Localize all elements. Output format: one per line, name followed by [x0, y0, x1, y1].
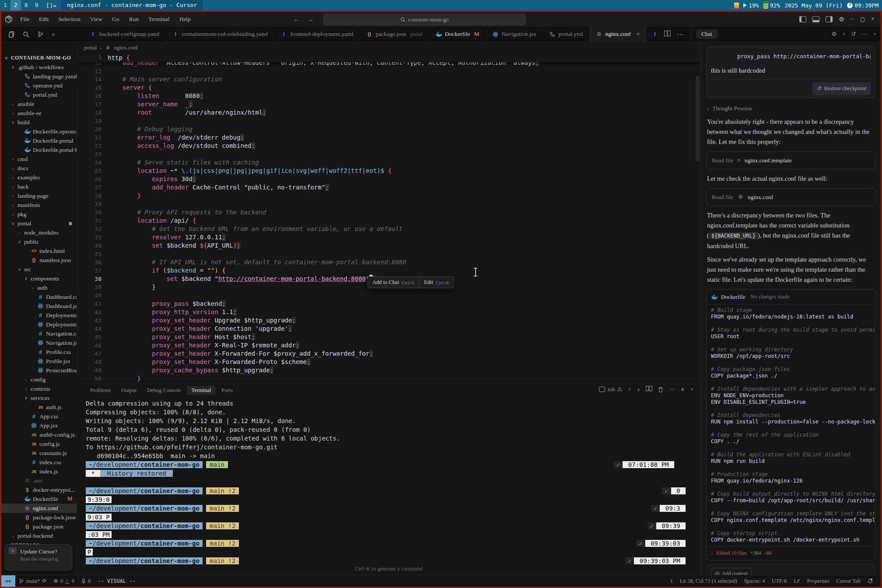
kill-terminal-icon[interactable] [658, 387, 663, 392]
explorer-item-Navigation.jsx[interactable]: Navigation.jsx [1, 338, 77, 347]
workspace-9[interactable]: 9 [31, 0, 42, 10]
explorer-item-.env[interactable]: ⚙.env [1, 476, 77, 485]
tab-chat[interactable]: Chat [696, 29, 718, 39]
split-editor-icon[interactable] [664, 30, 671, 38]
explorer-item-nginx.conf[interactable]: ⚙nginx.conf [1, 504, 77, 513]
explorer-item-index.css[interactable]: #index.css [1, 458, 77, 467]
minimize-button[interactable]: − [850, 16, 854, 23]
toggle-primary-sidebar-icon[interactable] [799, 16, 806, 22]
explorer-folder-ansible[interactable]: ›ansible [1, 99, 77, 108]
explorer-item-Dockerfile.operator[interactable]: Dockerfile.operator [1, 127, 77, 136]
chat-input-card[interactable]: @ Add context Plan, search, build anythi… [706, 564, 875, 575]
editor-line-21[interactable]: 21 error_log /dev/stderr debug; [77, 133, 700, 142]
maximize-button[interactable]: ▢ [860, 16, 865, 23]
editor-line-33[interactable]: 33 resolver 127.0.0.11; [77, 233, 700, 242]
explorer-folder-cmd[interactable]: ›cmd [1, 154, 77, 164]
terminal-shell-label[interactable]: zsh [607, 386, 615, 393]
explorer-folder-portal[interactable]: ∨portal [1, 219, 77, 228]
tab-package.json[interactable]: {}package.jsonportal [360, 27, 429, 42]
editor-line-50[interactable]: 50 } [77, 374, 700, 383]
language-mode[interactable]: Properties [804, 578, 833, 584]
explorer-folder-.github / workflows[interactable]: ∨.github / workflows [1, 63, 77, 72]
editor-line-43[interactable]: 43 proxy_set_header Upgrade $http_upgrad… [77, 316, 700, 325]
explorer-folder-examples[interactable]: ›examples [1, 173, 77, 182]
chat-close-icon[interactable]: × [873, 31, 876, 38]
explorer-item-App.css[interactable]: #App.css [1, 412, 77, 421]
tab-containermom-crd-rolebinding.yaml[interactable]: !containermom-crd-rolebinding.yaml [166, 27, 275, 42]
explorer-item-Dockerfile.portal[interactable]: Dockerfile.portal [1, 136, 77, 145]
tray-app-icon[interactable] [734, 3, 739, 8]
editor-line-44[interactable]: 44 proxy_set_header Connection 'upgrade'… [77, 325, 700, 333]
editor-scrollbar[interactable] [696, 76, 700, 161]
encoding-setting[interactable]: UTF-8 [768, 578, 790, 584]
chat-history-icon[interactable]: ↺ [851, 31, 856, 38]
menu-terminal[interactable]: Terminal [144, 12, 174, 27]
close-panel-icon[interactable]: × [690, 386, 693, 393]
code-card-filename[interactable]: Dockerfile [721, 292, 746, 302]
workspace-switcher[interactable]: 1289 [0, 0, 42, 10]
editor-line-20[interactable]: 20 # Debug logging [77, 125, 700, 133]
chevron-down-icon[interactable]: ∨ [52, 32, 55, 37]
editor-line-23[interactable]: 23 [77, 150, 700, 158]
explorer-item-package.json[interactable]: {}package.json [1, 522, 77, 531]
explorer-item-manifest.json[interactable]: {}manifest.json [1, 256, 77, 265]
problems-indicator[interactable]: ⊗0 △0 [50, 578, 78, 584]
toggle-secondary-sidebar-icon[interactable] [826, 16, 833, 22]
close-tab-icon[interactable]: × [637, 31, 640, 38]
breadcrumb-parent[interactable]: portal [84, 45, 97, 51]
editor-line-49[interactable]: 49 proxy_cache_bypass $http_upgrade; [77, 366, 700, 374]
chat-new-icon[interactable]: + [842, 31, 845, 38]
toggle-panel-icon[interactable] [812, 16, 819, 22]
editor-more-icon[interactable]: ⋯ [677, 30, 684, 38]
tab-nginx.conf[interactable]: ⚙nginx.conf× [590, 27, 647, 42]
explorer-folder-node_modules[interactable]: ›node_modules [1, 228, 77, 237]
editor-line-15[interactable]: 15 server { [77, 84, 700, 92]
nav-forward-icon[interactable]: → [307, 16, 314, 23]
explorer-item-Dashboard.css[interactable]: #Dashboard.css [1, 292, 77, 301]
branch-indicator[interactable]: main* ⟳ [15, 578, 50, 584]
explorer-folder-config[interactable]: ›config [1, 375, 77, 384]
editor-line-35[interactable]: 35 [77, 250, 700, 258]
eol-setting[interactable]: LF [790, 578, 804, 584]
editor-line-40[interactable]: 40 [77, 291, 700, 300]
indentation-setting[interactable]: Spaces: 4 [741, 578, 769, 584]
explorer-item-Dockerfile.portal-bac...[interactable]: Dockerfile.portal-bac... [1, 145, 77, 154]
bell-icon[interactable] [864, 578, 876, 584]
editor-line-37[interactable]: 37 if ($backend = "") { [77, 266, 700, 275]
editor-line-32[interactable]: 32 # Get the backend URL from an environ… [77, 225, 700, 233]
editor-line-45[interactable]: 45 proxy_set_header Host $host; [77, 333, 700, 341]
breadcrumb-file[interactable]: nginx.conf [114, 45, 138, 51]
edited-files-row[interactable]: › Edited 10 files +304 -80 [707, 546, 875, 560]
menu-selection[interactable]: Selection [55, 12, 84, 27]
menu-run[interactable]: Run [125, 12, 143, 27]
explorer-folder-docs[interactable]: ›docs [1, 164, 77, 173]
chat-settings-icon[interactable]: ⚙ [832, 31, 837, 38]
editor-line-29[interactable]: 29 [77, 200, 700, 208]
editor-line-36[interactable]: 36 # If API_URL is not set, default to c… [77, 258, 700, 266]
explorer-folder-public[interactable]: ∨public [1, 237, 77, 246]
remote-indicator[interactable]: >< [1, 575, 15, 587]
explorer-folder-pkg[interactable]: ›pkg [1, 210, 77, 219]
explorer-item-Dashboard.jsx[interactable]: Dashboard.jsx [1, 301, 77, 311]
explorer-item-ProtectedRoute.jsx[interactable]: ProtectedRoute.jsx [1, 366, 77, 375]
explorer-folder-CONTAINER-MOM-GO[interactable]: ∨CONTAINER-MOM-GO [1, 53, 77, 63]
explorer-folder-build[interactable]: ∨build [1, 118, 77, 127]
explorer-item-landing-page.yaml[interactable]: landing-page.yaml [1, 72, 77, 81]
split-terminal-icon[interactable] [646, 386, 652, 393]
add-context-chip[interactable]: @ Add context [711, 568, 752, 575]
explorer-folder-landing-page[interactable]: ›landing-page [1, 191, 77, 200]
explorer-item-package-lock.json[interactable]: {}package-lock.json [1, 513, 77, 522]
explorer-folder-manifests[interactable]: ›manifests [1, 200, 77, 210]
editor-line-27[interactable]: 27 add_header Cache-Control "public, no-… [77, 183, 700, 192]
panel-tab-Problems[interactable]: Problems [86, 386, 115, 395]
menu-edit[interactable]: Edit [35, 12, 53, 27]
explorer-item-index.js[interactable]: JSindex.js [1, 467, 77, 476]
explorer-item-Profile.css[interactable]: #Profile.css [1, 347, 77, 357]
customize-layout-icon[interactable]: ⚙ [839, 16, 844, 23]
tab-backend-configmap.yaml[interactable]: !backend-configmap.yaml [84, 27, 166, 42]
thought-process-toggle[interactable]: › Thought Process [707, 103, 875, 113]
tab-portal.yml[interactable]: portal.yml [543, 27, 590, 42]
panel-more-icon[interactable]: ⋯ [669, 386, 675, 393]
explorer-item-auth.js[interactable]: JSauth.js [1, 402, 77, 412]
editor-line-31[interactable]: 31 location /api/ { [77, 217, 700, 225]
